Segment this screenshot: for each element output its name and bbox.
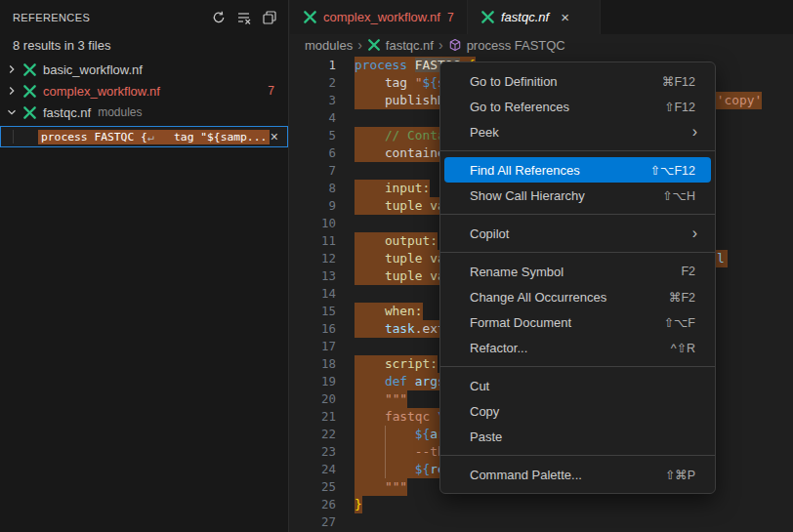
references-panel-title: REFERENCES — [13, 12, 208, 23]
indent-guide — [385, 461, 386, 478]
code-text: """ — [355, 390, 407, 408]
results-tree: basic_workflow.nfcomplex_workflow.nf7fas… — [0, 59, 288, 147]
line-number: 7 — [290, 162, 336, 180]
line-number: 20 — [290, 390, 336, 408]
indent-guide — [385, 443, 386, 461]
references-panel-header: REFERENCES — [0, 0, 288, 34]
code-text: output: — [355, 232, 438, 250]
line-number: 26 — [290, 496, 336, 513]
breadcrumb-item-symbol[interactable]: process FASTQC — [467, 38, 565, 53]
menu-separator — [440, 366, 715, 367]
code-text: script: — [355, 355, 438, 373]
menu-item-format-document[interactable]: Format Document⇧⌥F — [444, 309, 711, 335]
menu-item-refactor[interactable]: Refactor...^⇧R — [444, 335, 711, 360]
match-preview: process FASTQC {↵ tag "${samp... — [38, 130, 270, 144]
chevron-right-icon[interactable] — [4, 84, 20, 98]
line-number: 17 — [290, 338, 336, 355]
code-text: when: — [355, 303, 423, 320]
line-number: 15 — [290, 303, 336, 320]
refresh-icon — [211, 10, 227, 25]
line-number: 8 — [290, 180, 336, 197]
line-number: 3 — [290, 92, 336, 109]
vscode-window: REFERENCES — [0, 0, 793, 532]
code-line[interactable]: 26} — [290, 496, 793, 513]
nextflow-file-icon — [21, 61, 37, 77]
menu-item-command-palette[interactable]: Command Palette...⇧⌘P — [444, 462, 711, 487]
return-symbol: ↵ — [147, 131, 154, 143]
breadcrumb-item-file[interactable]: fastqc.nf — [386, 38, 434, 53]
tree-indent-guide — [13, 130, 14, 143]
file-description: modules — [98, 105, 142, 119]
chevron-down-icon[interactable] — [4, 105, 20, 119]
nextflow-file-icon — [21, 104, 37, 120]
clear-results-button[interactable] — [233, 7, 255, 28]
line-number: 22 — [290, 426, 336, 443]
menu-shortcut: ^⇧R — [671, 341, 701, 355]
tab-label: complex_workflow.nf — [323, 10, 440, 24]
submenu-arrow-icon: › — [692, 225, 701, 241]
menu-item-paste[interactable]: Paste — [444, 424, 711, 449]
line-number: 10 — [290, 215, 336, 232]
nextflow-file-icon — [302, 10, 317, 25]
menu-shortcut: ⇧⌥H — [662, 188, 701, 203]
dismiss-result-button[interactable]: × — [271, 130, 278, 143]
line-number: 1 — [290, 57, 336, 74]
refresh-button[interactable] — [208, 7, 230, 28]
tab-close-button[interactable]: × — [561, 10, 569, 24]
line-number: 5 — [290, 127, 336, 144]
line-number: 2 — [290, 74, 336, 92]
menu-item-change-all-occurrences[interactable]: Change All Occurrences⌘F2 — [444, 284, 711, 309]
menu-item-cut[interactable]: Cut — [444, 373, 711, 398]
file-name: fastqc.nf — [43, 105, 91, 120]
line-number: 18 — [290, 355, 336, 373]
menu-item-show-call-hierarchy[interactable]: Show Call Hierarchy⇧⌥H — [444, 183, 711, 208]
code-line[interactable]: 27 — [290, 513, 793, 531]
line-number: 13 — [290, 267, 336, 285]
tab-complex-workflow[interactable]: complex_workflow.nf 7 — [290, 0, 468, 34]
tree-file-row[interactable]: basic_workflow.nf — [0, 59, 288, 80]
chevron-right-icon: › — [357, 38, 362, 52]
editor-context-menu: Go to Definition⌘F12Go to References⇧F12… — [439, 61, 716, 494]
menu-shortcut: ⌘F2 — [669, 290, 701, 305]
menu-separator — [440, 455, 715, 456]
menu-separator — [440, 150, 715, 151]
menu-shortcut: ⌘F12 — [662, 74, 701, 89]
menu-shortcut: F2 — [681, 265, 701, 278]
chevron-right-icon[interactable] — [4, 62, 20, 76]
reference-result-row-selected[interactable]: process FASTQC {↵ tag "${samp...× — [0, 126, 288, 147]
line-number: 12 — [290, 250, 336, 267]
menu-item-rename-symbol[interactable]: Rename SymbolF2 — [444, 259, 711, 284]
menu-shortcut: ⇧⌥F — [663, 315, 701, 330]
tab-label: fastqc.nf — [501, 10, 549, 24]
menu-item-find-all-references[interactable]: Find All References⇧⌥F12 — [444, 157, 711, 183]
chevron-right-icon: › — [438, 38, 443, 52]
collapse-all-icon — [262, 10, 277, 25]
line-number: 21 — [290, 408, 336, 426]
references-panel-actions — [208, 7, 280, 28]
code-fragment: l — [716, 250, 728, 267]
code-text: """ — [355, 478, 407, 496]
tab-problems-badge: 7 — [447, 11, 454, 24]
menu-separator — [440, 252, 715, 253]
line-number: 24 — [290, 461, 336, 478]
tree-file-row[interactable]: fastqc.nfmodules — [0, 102, 288, 123]
nextflow-file-icon — [367, 38, 382, 53]
tab-fastqc[interactable]: fastqc.nf × — [468, 0, 601, 34]
menu-item-copilot[interactable]: Copilot› — [444, 221, 711, 246]
results-summary: 8 results in 3 files — [13, 37, 288, 55]
breadcrumb-item-modules[interactable]: modules — [305, 38, 353, 53]
menu-item-go-to-definition[interactable]: Go to Definition⌘F12 — [444, 68, 711, 94]
breadcrumb: modules › fastqc.nf › process FASTQC — [290, 34, 793, 56]
menu-item-go-to-references[interactable]: Go to References⇧F12 — [444, 94, 711, 119]
code-text: } — [355, 496, 362, 513]
menu-item-peek[interactable]: Peek› — [444, 119, 711, 144]
menu-item-copy[interactable]: Copy — [444, 398, 711, 424]
nextflow-file-icon — [480, 10, 495, 25]
collapse-all-button[interactable] — [259, 7, 280, 28]
file-name: basic_workflow.nf — [43, 62, 143, 77]
nextflow-file-icon — [21, 83, 37, 99]
menu-separator — [440, 214, 715, 215]
menu-shortcut: ⇧⌘P — [665, 468, 701, 482]
tree-file-row[interactable]: complex_workflow.nf7 — [0, 80, 288, 102]
line-number: 11 — [290, 232, 336, 250]
